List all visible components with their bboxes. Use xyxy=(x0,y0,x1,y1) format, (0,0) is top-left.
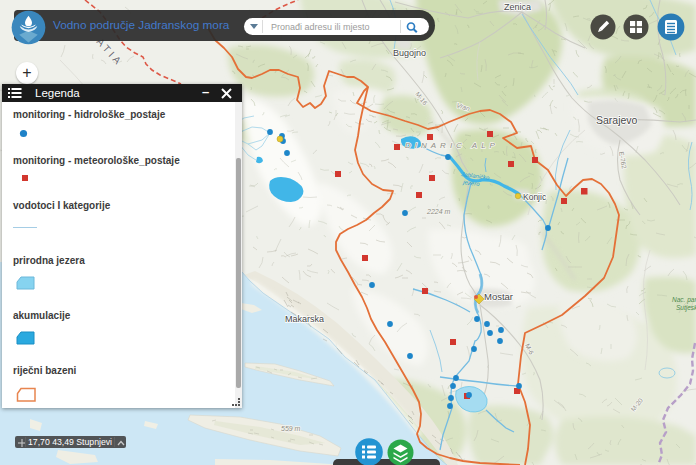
svg-text:Sutjeska: Sutjeska xyxy=(676,304,696,312)
svg-text:2224 m: 2224 m xyxy=(426,208,451,215)
svg-text:Nac. park: Nac. park xyxy=(672,296,696,304)
svg-text:Konjic: Konjic xyxy=(523,192,547,202)
svg-text:Mostar: Mostar xyxy=(484,291,513,302)
svg-text:Bugojno: Bugojno xyxy=(393,48,426,58)
svg-text:Makarska: Makarska xyxy=(285,314,324,324)
svg-text:DINARIC ALP: DINARIC ALP xyxy=(405,141,499,150)
svg-text:Zenica: Zenica xyxy=(504,2,531,12)
svg-text:Sarajevo: Sarajevo xyxy=(596,114,638,126)
svg-text:559 m: 559 m xyxy=(281,425,301,432)
